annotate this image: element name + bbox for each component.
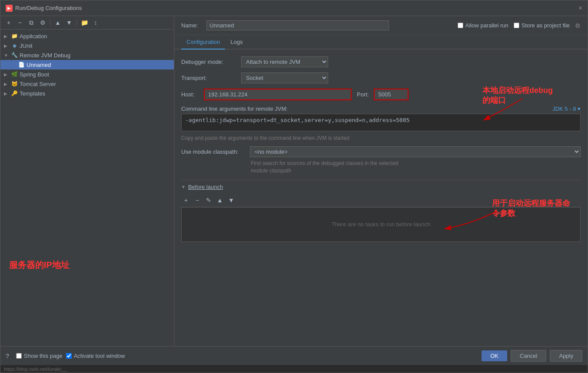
folder-button[interactable]: 📁	[80, 18, 89, 27]
settings-config-button[interactable]: ⚙	[38, 18, 47, 27]
before-launch-remove[interactable]: −	[193, 195, 202, 205]
sort-button[interactable]: ↕	[91, 18, 100, 27]
module-hint: First search for sources of the debugged…	[181, 160, 581, 175]
folder-icon-application: 📁	[11, 33, 18, 40]
allow-parallel-label: Allow parallel run	[465, 22, 508, 29]
icon-tomcat: 🐱	[11, 80, 18, 87]
tree-label-remote-jvm: Remote JVM Debug	[20, 52, 170, 59]
add-config-button[interactable]: +	[4, 18, 13, 27]
icon-templates: 🔑	[11, 90, 18, 97]
name-input[interactable]	[206, 20, 389, 30]
show-page-checkbox[interactable]	[16, 353, 22, 359]
before-launch-down[interactable]: ▼	[226, 195, 236, 205]
allow-parallel-checkbox[interactable]	[458, 23, 463, 28]
before-launch-label: Before launch	[188, 184, 223, 190]
before-launch-edit[interactable]: ✎	[204, 195, 213, 205]
tree-item-unnamed[interactable]: 📄 Unnamed	[0, 60, 174, 69]
url-text: https://blog.csdn.net/lunatic__	[4, 366, 67, 372]
action-buttons: OK Cancel Apply	[482, 350, 582, 362]
left-toolbar: + − ⧉ ⚙ ▲ ▼ 📁 ↕	[0, 16, 174, 30]
host-input[interactable]	[204, 89, 352, 100]
module-select[interactable]: <no module>	[250, 146, 581, 157]
right-panel-wrapper: Name: Allow parallel run Store as projec…	[174, 16, 588, 346]
cmd-hint: Copy and paste the arguments to the comm…	[181, 135, 581, 141]
expand-arrow-remote-jvm: ▼	[4, 53, 9, 58]
tree-label-junit: JUnit	[20, 43, 170, 49]
tree-item-tomcat[interactable]: ▶ 🐱 Tomcat Server	[0, 79, 174, 89]
title-bar: ▶ Run/Debug Configurations ×	[0, 0, 588, 16]
toolbar-separator-1	[50, 19, 50, 26]
tree-item-junit[interactable]: ▶ ◆ JUnit	[0, 41, 174, 50]
title-bar-left: ▶ Run/Debug Configurations	[6, 5, 82, 12]
tab-configuration[interactable]: Configuration	[181, 35, 225, 50]
dialog-icon: ▶	[6, 5, 13, 12]
store-project-label: Store as project file	[522, 22, 570, 29]
remove-config-button[interactable]: −	[15, 18, 25, 27]
icon-unnamed: 📄	[18, 61, 25, 68]
move-up-button[interactable]: ▲	[53, 18, 63, 27]
tree-label-templates: Templates	[20, 90, 170, 97]
before-launch-up[interactable]: ▲	[215, 195, 225, 205]
before-launch-arrow: ▼	[181, 185, 186, 189]
show-page-row: Show this page	[16, 353, 63, 359]
name-row: Name: Allow parallel run Store as projec…	[174, 16, 588, 35]
icon-junit: ◆	[11, 42, 18, 49]
left-panel: + − ⧉ ⚙ ▲ ▼ 📁 ↕ ▶ 📁 Application	[0, 16, 174, 346]
copy-config-button[interactable]: ⧉	[27, 18, 36, 27]
jdk-link[interactable]: JDK 5 - 8 ▾	[552, 106, 581, 112]
transport-select[interactable]: Socket Shared memory	[241, 73, 328, 83]
dialog-title: Run/Debug Configurations	[15, 5, 82, 11]
module-row: Use module classpath: <no module>	[181, 146, 581, 157]
expand-arrow-templates: ▶	[4, 91, 9, 96]
host-label: Host:	[181, 91, 199, 98]
store-project-checkbox[interactable]	[514, 23, 519, 28]
url-bar: https://blog.csdn.net/lunatic__	[0, 365, 588, 373]
debugger-mode-select[interactable]: Attach to remote JVM Listen to remote JV…	[241, 56, 328, 67]
tree-item-templates[interactable]: ▶ 🔑 Templates	[0, 89, 174, 98]
before-launch-add[interactable]: +	[181, 195, 191, 205]
module-label: Use module classpath:	[181, 149, 246, 155]
tree-label-application: Application	[20, 33, 170, 40]
cancel-button[interactable]: Cancel	[511, 350, 546, 362]
name-label: Name:	[181, 22, 203, 29]
cmd-header: Command line arguments for remote JVM: J…	[181, 106, 581, 112]
tree-label-unnamed: Unnamed	[27, 62, 170, 68]
expand-arrow-application: ▶	[4, 34, 9, 39]
before-launch-body: There are no tasks to run before launch	[181, 207, 581, 242]
name-options: Allow parallel run Store as project file…	[458, 22, 581, 29]
before-launch-toolbar: + − ✎ ▲ ▼	[181, 194, 581, 207]
transport-row: Transport: Socket Shared memory	[181, 73, 581, 83]
tree-label-spring-boot: Spring Boot	[20, 71, 170, 78]
toolbar-separator-2	[76, 19, 77, 26]
activate-tool-row: Activate tool window	[66, 353, 125, 359]
gear-icon[interactable]: ⚙	[575, 22, 581, 29]
tab-logs[interactable]: Logs	[225, 35, 248, 50]
debugger-mode-label: Debugger mode:	[181, 59, 238, 65]
port-input[interactable]	[374, 89, 409, 100]
allow-parallel-row: Allow parallel run	[458, 22, 508, 29]
config-tree: ▶ 📁 Application ▶ ◆ JUnit ▼ 🔧 Remote JVM…	[0, 30, 174, 346]
ok-button[interactable]: OK	[482, 350, 507, 361]
activate-tool-checkbox[interactable]	[66, 353, 72, 359]
tree-item-application[interactable]: ▶ 📁 Application	[0, 31, 174, 41]
cmd-section: Command line arguments for remote JVM: J…	[181, 106, 581, 141]
tree-item-spring-boot[interactable]: ▶ 🌿 Spring Boot	[0, 69, 174, 79]
store-project-row: Store as project file	[514, 22, 570, 29]
tree-item-remote-jvm[interactable]: ▼ 🔧 Remote JVM Debug	[0, 50, 174, 60]
config-tabs: Configuration Logs	[174, 35, 588, 50]
right-panel: Name: Allow parallel run Store as projec…	[174, 16, 588, 346]
activate-tool-label: Activate tool window	[74, 353, 125, 359]
move-down-button[interactable]: ▼	[64, 18, 74, 27]
before-launch-header[interactable]: ▼ Before launch	[181, 180, 581, 194]
port-label: Port:	[357, 91, 369, 98]
icon-remote-jvm: 🔧	[11, 52, 18, 59]
transport-label: Transport:	[181, 75, 238, 81]
cmd-textarea[interactable]: -agentlib:jdwp=transport=dt_socket,serve…	[181, 114, 581, 131]
help-button[interactable]: ?	[6, 353, 9, 360]
icon-spring-boot: 🌿	[11, 71, 18, 78]
config-panel: Debugger mode: Attach to remote JVM List…	[174, 50, 588, 346]
close-button[interactable]: ×	[578, 5, 582, 12]
expand-arrow-junit: ▶	[4, 43, 9, 48]
apply-button[interactable]: Apply	[550, 350, 582, 362]
run-debug-dialog: ▶ Run/Debug Configurations × + − ⧉ ⚙ ▲ ▼…	[0, 0, 588, 373]
